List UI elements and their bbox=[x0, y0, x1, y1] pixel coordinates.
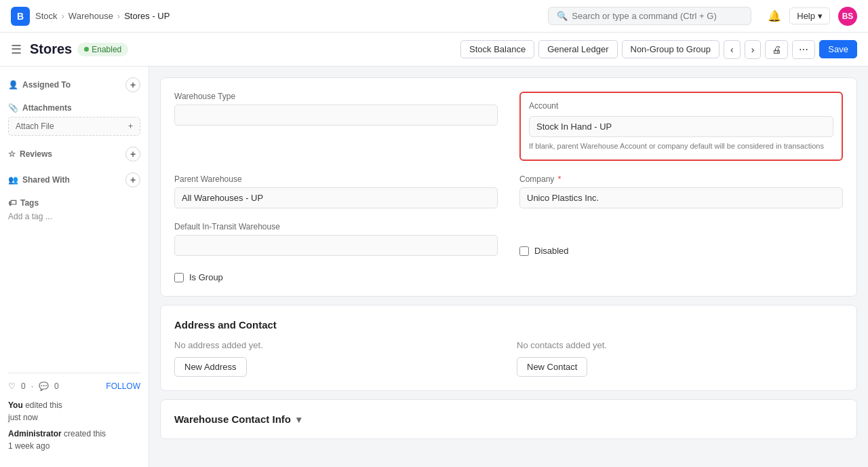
main-content: Warehouse Type Account Stock In Hand - U… bbox=[149, 67, 868, 467]
is-group-checkbox[interactable] bbox=[174, 273, 184, 282]
address-contact-grid: No address added yet. New Address No con… bbox=[174, 340, 843, 377]
toolbar-actions: Stock Balance General Ledger Non-Group t… bbox=[460, 40, 857, 59]
no-address-text: No address added yet. bbox=[174, 340, 500, 350]
warehouse-type-label: Warehouse Type bbox=[174, 92, 498, 101]
sidebar-bottom: ♡ 0 · 💬 0 FOLLOW You edited this just no… bbox=[8, 373, 140, 456]
company-input[interactable] bbox=[519, 187, 843, 208]
activity-item-1: You edited this just now bbox=[8, 399, 140, 424]
account-label: Account bbox=[529, 101, 833, 111]
share-icon: 👥 bbox=[8, 175, 18, 185]
new-address-button[interactable]: New Address bbox=[174, 357, 247, 377]
prev-button[interactable]: ‹ bbox=[724, 40, 741, 59]
new-contact-button[interactable]: New Contact bbox=[517, 357, 587, 377]
company-required-marker: * bbox=[555, 174, 561, 184]
contact-col: No contacts added yet. New Contact bbox=[517, 340, 843, 377]
is-group-label[interactable]: Is Group bbox=[189, 272, 223, 282]
shared-with-section: 👥 Shared With + bbox=[8, 172, 140, 187]
status-label: Enabled bbox=[92, 45, 121, 54]
company-group: Company * bbox=[519, 174, 843, 208]
activity-2-user: Administrator bbox=[8, 429, 62, 438]
reviews-section: ☆ Reviews + bbox=[8, 147, 140, 162]
is-group-row: Is Group bbox=[174, 272, 498, 282]
activity-item-2: Administrator created this 1 week ago bbox=[8, 428, 140, 452]
reviews-title: ☆ Reviews + bbox=[8, 147, 140, 162]
status-dot bbox=[84, 47, 89, 52]
tags-section: 🏷 Tags Add a tag ... bbox=[8, 198, 140, 221]
activity-2-time: 1 week ago bbox=[8, 441, 50, 451]
non-group-button[interactable]: Non-Group to Group bbox=[622, 40, 720, 58]
tags-label: Tags bbox=[20, 198, 39, 208]
save-button[interactable]: Save bbox=[819, 40, 857, 58]
address-contact-header: Address and Contact bbox=[174, 319, 843, 331]
attach-file-button[interactable]: Attach File + bbox=[8, 117, 140, 136]
account-box: Account Stock In Hand - UP If blank, par… bbox=[519, 92, 843, 161]
add-assigned-button[interactable]: + bbox=[125, 77, 140, 92]
heart-icon: ♡ bbox=[8, 381, 16, 391]
in-transit-group: Default In-Transit Warehouse bbox=[174, 222, 498, 256]
next-button[interactable]: › bbox=[745, 40, 762, 59]
help-button[interactable]: Help ▾ bbox=[789, 7, 830, 24]
print-button[interactable]: 🖨 bbox=[765, 40, 788, 59]
in-transit-label: Default In-Transit Warehouse bbox=[174, 222, 498, 231]
status-badge: Enabled bbox=[77, 43, 128, 56]
comment-icon: 💬 bbox=[39, 381, 49, 391]
disabled-group: Disabled bbox=[519, 222, 843, 256]
more-button[interactable]: ⋯ bbox=[792, 40, 815, 59]
shared-with-title: 👥 Shared With + bbox=[8, 172, 140, 187]
likes-count: 0 bbox=[21, 381, 26, 391]
activity-1-user: You bbox=[8, 400, 23, 410]
topbar-right: 🔔 Help ▾ BS bbox=[768, 7, 857, 26]
breadcrumb-warehouse[interactable]: Warehouse bbox=[68, 11, 113, 21]
parent-warehouse-input[interactable] bbox=[174, 187, 498, 208]
stock-balance-button[interactable]: Stock Balance bbox=[460, 40, 534, 58]
activity-1-action: edited this bbox=[25, 400, 62, 410]
warehouse-type-input[interactable] bbox=[174, 105, 498, 126]
sidebar: 👤 Assigned To + 📎 Attachments Attach Fil… bbox=[0, 67, 149, 467]
plus-icon: + bbox=[128, 122, 133, 131]
disabled-label[interactable]: Disabled bbox=[534, 246, 569, 256]
bell-icon[interactable]: 🔔 bbox=[768, 10, 781, 22]
is-group-group: Is Group bbox=[174, 269, 498, 282]
page-title: Stores bbox=[30, 41, 72, 57]
add-review-button[interactable]: + bbox=[125, 147, 140, 162]
in-transit-input[interactable] bbox=[174, 235, 498, 256]
disabled-row: Disabled bbox=[519, 246, 843, 256]
star-icon: ☆ bbox=[8, 149, 16, 159]
breadcrumb-sep-1: › bbox=[62, 11, 64, 21]
attach-file-label: Attach File bbox=[16, 122, 54, 131]
breadcrumb-stock[interactable]: Stock bbox=[35, 11, 58, 21]
search-input[interactable] bbox=[572, 11, 743, 21]
warehouse-contact-info-card: Warehouse Contact Info ▾ bbox=[160, 399, 857, 439]
attachments-section: 📎 Attachments Attach File + bbox=[8, 103, 140, 136]
add-tag-label[interactable]: Add a tag ... bbox=[8, 212, 52, 221]
sidebar-toggle-icon[interactable]: ☰ bbox=[11, 42, 22, 57]
tags-list: Add a tag ... bbox=[8, 212, 140, 221]
tag-icon: 🏷 bbox=[8, 198, 16, 208]
breadcrumb-current: Stores - UP bbox=[124, 11, 170, 21]
main-form-card: Warehouse Type Account Stock In Hand - U… bbox=[160, 77, 857, 297]
app-icon: B bbox=[11, 7, 30, 26]
warehouse-contact-info-header[interactable]: Warehouse Contact Info ▾ bbox=[174, 413, 843, 425]
general-ledger-button[interactable]: General Ledger bbox=[538, 40, 617, 58]
chevron-down-icon: ▾ bbox=[296, 414, 301, 425]
assigned-to-title: 👤 Assigned To + bbox=[8, 77, 140, 92]
attachments-label: Attachments bbox=[22, 103, 72, 113]
disabled-checkbox[interactable] bbox=[519, 246, 529, 256]
topbar: B Stock › Warehouse › Stores - UP 🔍 🔔 He… bbox=[0, 0, 868, 33]
paperclip-icon: 📎 bbox=[8, 103, 18, 113]
search-bar[interactable]: 🔍 bbox=[548, 7, 751, 25]
parent-warehouse-label: Parent Warehouse bbox=[174, 174, 498, 184]
add-shared-button[interactable]: + bbox=[125, 172, 140, 187]
address-contact-card: Address and Contact No address added yet… bbox=[160, 305, 857, 391]
activity-2-action: created this bbox=[64, 429, 106, 438]
address-col: No address added yet. New Address bbox=[174, 340, 500, 377]
dot-sep: · bbox=[31, 381, 33, 391]
avatar: BS bbox=[838, 7, 857, 26]
warehouse-contact-info-title: Warehouse Contact Info bbox=[174, 413, 291, 425]
assigned-to-section: 👤 Assigned To + bbox=[8, 77, 140, 92]
help-label: Help bbox=[797, 11, 815, 21]
chevron-down-icon: ▾ bbox=[818, 11, 823, 21]
follow-button[interactable]: FOLLOW bbox=[106, 381, 140, 391]
assigned-to-label: Assigned To bbox=[22, 80, 71, 90]
comments-count: 0 bbox=[54, 381, 59, 391]
